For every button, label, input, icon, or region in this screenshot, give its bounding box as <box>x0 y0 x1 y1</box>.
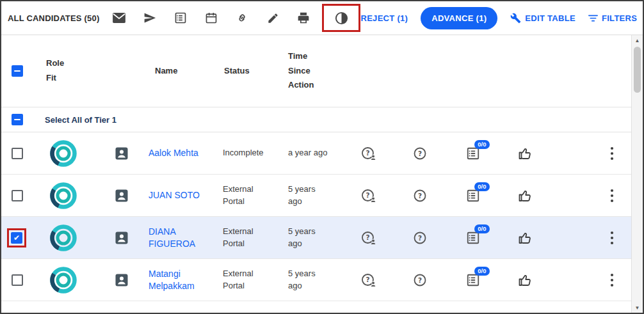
partial-next-row <box>1 301 631 313</box>
forms-count-badge: 0/0 <box>474 140 490 150</box>
svg-text:?: ? <box>366 191 369 199</box>
role-fit-donut[interactable] <box>49 181 78 210</box>
svg-text:?: ? <box>418 276 422 283</box>
row-checkbox[interactable] <box>12 190 23 201</box>
contact-card-icon[interactable] <box>114 146 129 161</box>
role-fit-donut[interactable] <box>49 223 78 253</box>
status-text: External Portal <box>223 268 268 292</box>
row-checkbox[interactable] <box>11 232 22 244</box>
role-fit-cell <box>37 265 108 295</box>
link-icon[interactable] <box>227 6 257 29</box>
question-circle-icon[interactable]: ? <box>412 230 428 246</box>
tier-checkbox-cell <box>1 114 37 125</box>
svg-text:?: ? <box>366 276 369 283</box>
filters-label: FILTERS <box>602 13 637 23</box>
row-checkbox-cell <box>1 228 37 247</box>
kebab-menu-icon[interactable] <box>610 273 614 287</box>
select-all-tier1-checkbox[interactable] <box>12 114 23 125</box>
header-checkbox-cell <box>1 65 37 77</box>
row-checkbox-cell <box>1 190 37 201</box>
candidate-name-link[interactable]: DIANA FIGUEROA <box>149 226 213 250</box>
candidate-name-link[interactable]: JUAN SOTO <box>149 189 200 201</box>
role-fit-donut[interactable] <box>49 139 78 168</box>
candidates-table: Role Fit Name Status Time Since Action <box>1 35 631 313</box>
forms-icon[interactable] <box>166 6 195 29</box>
candidate-name-link[interactable]: Matangi Melpakkam <box>149 268 213 292</box>
thumbs-up-icon[interactable] <box>517 188 533 203</box>
advance-button[interactable]: ADVANCE (1) <box>421 7 497 29</box>
column-header-name[interactable]: Name <box>146 64 218 79</box>
time-since-action-text: 5 years ago <box>288 268 330 292</box>
row-checkbox[interactable] <box>12 148 23 159</box>
pencil-icon[interactable] <box>258 6 287 29</box>
kebab-menu-icon[interactable] <box>610 146 614 161</box>
contact-card-icon[interactable] <box>114 272 129 288</box>
question-person-icon[interactable]: ? <box>360 230 378 246</box>
scrollbar-thumb[interactable] <box>634 47 641 93</box>
annotation-box-checkbox <box>7 228 26 247</box>
forms-count-badge: 0/0 <box>474 224 490 234</box>
filters-button[interactable]: FILTERS <box>588 13 637 23</box>
printer-icon[interactable] <box>289 6 318 29</box>
forms-count-badge: 0/0 <box>474 182 490 192</box>
toolbar-actions: REJECT (1) ADVANCE (1) EDIT TABLE FILTER… <box>360 7 637 29</box>
reject-button[interactable]: REJECT (1) <box>360 13 408 23</box>
svg-text:?: ? <box>418 149 422 157</box>
kebab-menu-icon[interactable] <box>610 189 614 203</box>
role-fit-cell <box>37 181 108 210</box>
question-person-icon[interactable]: ? <box>360 188 378 203</box>
wrench-icon <box>510 13 521 24</box>
question-circle-icon[interactable]: ? <box>412 272 428 288</box>
candidates-window: ALL CANDIDATES (50) <box>0 0 644 314</box>
compare-icon[interactable] <box>326 6 356 29</box>
contact-card-icon[interactable] <box>114 188 129 203</box>
page-title: ALL CANDIDATES (50) <box>8 13 99 23</box>
candidate-row: DIANA FIGUEROA External Portal 5 years a… <box>1 217 631 259</box>
status-text: External Portal <box>223 226 268 250</box>
kebab-menu-icon[interactable] <box>610 231 614 245</box>
scroll-up-button[interactable]: ▲ <box>632 35 643 45</box>
thumbs-up-icon[interactable] <box>517 146 533 161</box>
candidate-row: JUAN SOTO External Portal 5 years ago ? … <box>1 175 631 217</box>
svg-text:?: ? <box>418 233 422 241</box>
time-since-action-text: a year ago <box>288 147 327 159</box>
role-fit-donut[interactable] <box>49 265 78 295</box>
select-all-tier-row: Select All of Tier 1 <box>1 107 631 132</box>
svg-text:?: ? <box>366 149 369 157</box>
edit-table-button[interactable]: EDIT TABLE <box>510 13 576 24</box>
svg-text:?: ? <box>366 233 369 241</box>
candidate-row: Matangi Melpakkam External Portal 5 year… <box>1 259 631 301</box>
thumbs-up-icon[interactable] <box>517 230 533 246</box>
contact-card-icon[interactable] <box>114 230 129 246</box>
calendar-icon[interactable] <box>197 6 226 29</box>
toolbar: ALL CANDIDATES (50) <box>1 1 643 35</box>
status-text: Incomplete <box>223 147 264 159</box>
forms-count-badge: 0/0 <box>474 267 490 276</box>
toolbar-icon-group <box>104 4 360 32</box>
row-checkbox[interactable] <box>12 274 23 286</box>
filter-icon <box>588 14 598 22</box>
question-person-icon[interactable]: ? <box>360 146 378 161</box>
column-header-role-fit[interactable]: Role Fit <box>37 56 108 86</box>
time-since-action-text: 5 years ago <box>288 226 330 250</box>
role-fit-cell <box>37 139 108 168</box>
send-icon[interactable] <box>135 6 165 29</box>
candidate-name-link[interactable]: Aalok Mehta <box>149 147 198 159</box>
question-circle-icon[interactable]: ? <box>412 188 428 203</box>
question-circle-icon[interactable]: ? <box>412 146 428 161</box>
vertical-scrollbar[interactable]: ▲ ▼ <box>631 35 643 313</box>
column-header-status[interactable]: Status <box>218 64 279 79</box>
candidate-row: Aalok Mehta Incomplete a year ago ? ? <box>1 132 631 175</box>
column-header-time-since-action[interactable]: Time Since Action <box>279 49 343 93</box>
svg-text:?: ? <box>418 191 422 199</box>
thumbs-up-icon[interactable] <box>517 272 533 288</box>
content: Role Fit Name Status Time Since Action <box>1 35 643 313</box>
edit-table-label: EDIT TABLE <box>525 13 576 23</box>
select-all-checkbox[interactable] <box>12 65 23 77</box>
table-header-row: Role Fit Name Status Time Since Action <box>1 35 631 107</box>
scroll-down-button[interactable]: ▼ <box>632 302 643 313</box>
question-person-icon[interactable]: ? <box>360 272 378 288</box>
select-all-tier1-label[interactable]: Select All of Tier 1 <box>37 115 631 125</box>
row-checkbox-cell <box>1 274 37 286</box>
mail-icon[interactable] <box>104 6 134 29</box>
